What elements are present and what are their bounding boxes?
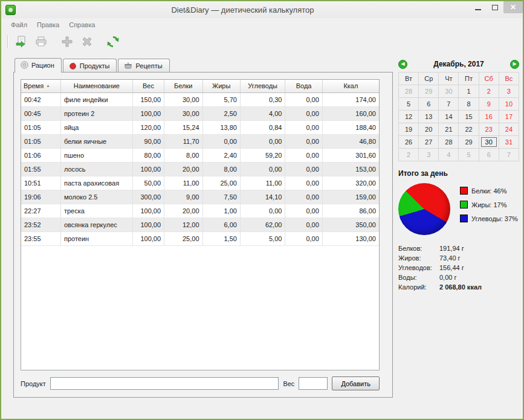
- table-cell: 01:55: [21, 162, 60, 176]
- product-input[interactable]: [50, 377, 279, 390]
- maximize-button[interactable]: [487, 1, 503, 13]
- next-month-button[interactable]: ▶: [510, 60, 519, 69]
- calendar-day[interactable]: 28: [399, 85, 419, 98]
- table-cell: 0,30: [240, 92, 285, 106]
- table-cell: 159,00: [322, 190, 379, 204]
- calendar-day[interactable]: 21: [439, 123, 459, 136]
- table-cell: 4,00: [240, 106, 285, 120]
- table-row[interactable]: 01:55лосось100,0020,008,000,000,00153,00: [21, 162, 379, 176]
- calendar-day[interactable]: 16: [479, 111, 499, 123]
- calendar-day[interactable]: 5: [459, 149, 479, 161]
- calendar-day[interactable]: 14: [439, 111, 459, 123]
- table-cell: молоко 2.5: [60, 190, 132, 204]
- calendar-day[interactable]: 29: [419, 85, 439, 98]
- tab-recipes[interactable]: Рецепты: [118, 59, 169, 72]
- table-cell: 120,00: [132, 120, 164, 134]
- calendar-day[interactable]: 7: [499, 149, 519, 161]
- table-cell: 0,00: [285, 218, 322, 231]
- table-row[interactable]: 23:55протеин100,0025,001,505,000,00130,0…: [21, 231, 379, 245]
- add-button[interactable]: Добавить: [332, 376, 380, 390]
- calendar-day[interactable]: 8: [459, 98, 479, 111]
- calendar-day[interactable]: 30: [439, 85, 459, 98]
- table-row[interactable]: 00:45протеин 2100,0030,002,504,000,00160…: [21, 106, 379, 120]
- calendar-day[interactable]: 2: [479, 85, 499, 98]
- calendar-day[interactable]: 12: [399, 111, 419, 123]
- print-button[interactable]: [33, 33, 50, 50]
- table-row[interactable]: 00:42филе индейки150,0030,005,700,300,00…: [21, 92, 379, 106]
- table-cell: 01:05: [21, 134, 60, 148]
- calendar-day[interactable]: 24: [499, 123, 519, 136]
- calendar-day[interactable]: 4: [439, 149, 459, 161]
- table-cell: 30,00: [164, 106, 202, 120]
- app-window: Diet&Diary — диетический калькулятор ✕ Ф…: [0, 0, 524, 420]
- weight-label: Вес: [283, 380, 294, 387]
- table-cell: 0,00: [240, 162, 285, 176]
- menu-file[interactable]: Файл: [6, 20, 32, 30]
- plus-icon: [60, 35, 74, 48]
- calendar-day[interactable]: 19: [399, 123, 419, 136]
- table-cell: 160,00: [322, 106, 379, 120]
- table-cell: 59,20: [240, 148, 285, 162]
- column-header[interactable]: Углеводы: [240, 80, 285, 92]
- toolbar: [1, 31, 523, 52]
- calendar-month-title[interactable]: Декабрь, 2017: [433, 60, 484, 68]
- calendar-day[interactable]: 17: [499, 111, 519, 123]
- day-summary-title: Итого за день: [398, 169, 519, 178]
- menu-edit[interactable]: Правка: [32, 20, 64, 30]
- column-header[interactable]: Вода: [285, 80, 322, 92]
- export-button[interactable]: [13, 33, 30, 50]
- table-cell: 0,00: [285, 204, 322, 218]
- column-header[interactable]: Вес: [132, 80, 164, 92]
- tab-products[interactable]: Продукты: [63, 59, 117, 72]
- table-row[interactable]: 23:52овсянка геркулес100,0012,006,0062,0…: [21, 218, 379, 231]
- calendar-day[interactable]: 20: [419, 123, 439, 136]
- table-cell: 7,50: [202, 190, 240, 204]
- calendar-day[interactable]: 3: [419, 149, 439, 161]
- column-header[interactable]: Жиры: [202, 80, 240, 92]
- calendar-day[interactable]: 30: [479, 136, 499, 149]
- left-column: Рацион Продукты Рецепты: [13, 57, 393, 398]
- prev-month-button[interactable]: ◀: [398, 60, 407, 69]
- table-cell: 80,00: [132, 148, 164, 162]
- menu-help[interactable]: Справка: [64, 20, 100, 30]
- table-row[interactable]: 19:06молоко 2.5300,009,007,5014,100,0015…: [21, 190, 379, 204]
- calendar-day[interactable]: 23: [479, 123, 499, 136]
- calendar-day[interactable]: 13: [419, 111, 439, 123]
- calendar-day[interactable]: 26: [399, 136, 419, 149]
- add-entry-button[interactable]: [59, 33, 76, 50]
- calendar-day[interactable]: 6: [419, 98, 439, 111]
- calendar-day[interactable]: 5: [399, 98, 419, 111]
- column-header[interactable]: Белки: [164, 80, 202, 92]
- calendar-day[interactable]: 7: [439, 98, 459, 111]
- refresh-button[interactable]: [105, 33, 121, 50]
- table-cell: 0,00: [285, 176, 322, 190]
- column-header[interactable]: Время▲: [21, 80, 60, 92]
- minimize-button[interactable]: [470, 1, 487, 13]
- table-row[interactable]: 01:05яйца120,0015,2413,800,840,00188,40: [21, 120, 379, 134]
- calendar-day[interactable]: 27: [419, 136, 439, 149]
- delete-entry-button[interactable]: [79, 33, 95, 50]
- calendar-day[interactable]: 22: [459, 123, 479, 136]
- menubar: Файл Правка Справка: [1, 18, 523, 31]
- table-cell: 0,00: [285, 162, 322, 176]
- calendar-day[interactable]: 1: [459, 85, 479, 98]
- calendar-day[interactable]: 3: [499, 85, 519, 98]
- calendar-day[interactable]: 9: [479, 98, 499, 111]
- calendar-day[interactable]: 6: [479, 149, 499, 161]
- table-row[interactable]: 10:51паста арахисовая50,0011,0025,0011,0…: [21, 176, 379, 190]
- calendar-day[interactable]: 2: [399, 149, 419, 161]
- table-row[interactable]: 22:27треска100,0020,001,000,000,0086,00: [21, 204, 379, 218]
- weight-input[interactable]: [299, 377, 328, 390]
- tab-ration[interactable]: Рацион: [15, 58, 62, 73]
- table-cell: 25,00: [164, 231, 202, 245]
- calendar-day[interactable]: 28: [439, 136, 459, 149]
- calendar-day[interactable]: 10: [499, 98, 519, 111]
- calendar-day[interactable]: 31: [499, 136, 519, 149]
- table-row[interactable]: 01:05белки яичные90,0011,700,000,000,004…: [21, 134, 379, 148]
- table-row[interactable]: 01:06пшено80,008,002,4059,200,00301,60: [21, 148, 379, 162]
- calendar-day[interactable]: 15: [459, 111, 479, 123]
- column-header[interactable]: Наименование: [60, 80, 132, 92]
- calendar-day[interactable]: 29: [459, 136, 479, 149]
- close-button[interactable]: ✕: [503, 1, 523, 13]
- column-header[interactable]: Ккал: [322, 80, 379, 92]
